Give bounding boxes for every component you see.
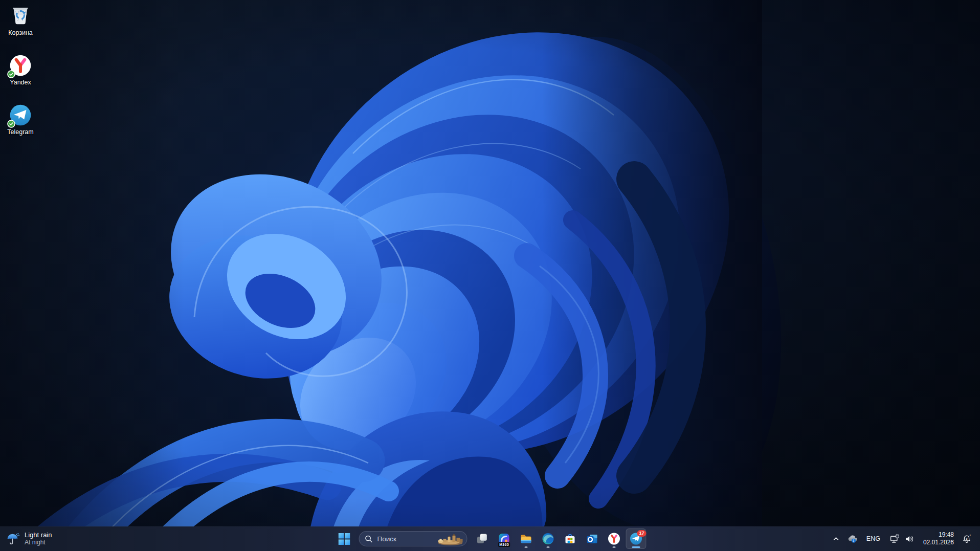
windows-start-icon	[338, 533, 350, 545]
synced-check-icon	[7, 70, 15, 78]
microsoft-store-icon	[564, 532, 577, 545]
taskbar-app-microsoft-store[interactable]	[560, 528, 581, 549]
running-indicator	[613, 546, 616, 548]
desktop-icon-recycle-bin[interactable]: Корзина	[1, 2, 40, 38]
taskbar-app-edge[interactable]	[538, 528, 559, 549]
synced-check-icon	[7, 120, 15, 128]
taskbar-app-telegram[interactable]: 17	[626, 528, 647, 549]
umbrella-rain-icon	[6, 532, 20, 546]
running-indicator	[525, 546, 528, 548]
taskbar-app-m365-copilot[interactable]: M365	[494, 528, 515, 549]
file-explorer-icon	[520, 532, 533, 545]
task-view-icon	[476, 532, 489, 545]
tray-time: 19:48	[939, 531, 954, 539]
taskbar-app-outlook[interactable]	[582, 528, 603, 549]
onedrive-button[interactable]	[844, 528, 861, 549]
desktop-icon-yandex[interactable]: Yandex	[1, 52, 40, 88]
onedrive-cloud-icon	[847, 534, 858, 544]
notification-badge: 17	[637, 530, 647, 537]
outlook-icon	[586, 532, 599, 545]
edge-icon	[542, 532, 555, 545]
system-tray: ENG 19:48 02.01.2026	[829, 526, 980, 551]
hidden-icons-button[interactable]	[829, 528, 843, 549]
desktop[interactable]: Корзина Yandex	[0, 0, 980, 551]
svg-text:z: z	[966, 537, 968, 540]
svg-text:z: z	[969, 534, 971, 537]
taskbar-app-file-explorer[interactable]	[516, 528, 537, 549]
network-icon	[889, 534, 900, 544]
language-indicator[interactable]: ENG	[862, 528, 885, 549]
chevron-up-icon	[833, 536, 839, 542]
wallpaper-bloom	[0, 0, 980, 551]
tray-date: 02.01.2026	[923, 539, 954, 546]
clock[interactable]: 19:48 02.01.2026	[920, 528, 957, 549]
search-placeholder: Поиск	[377, 535, 396, 543]
start-button[interactable]	[334, 528, 354, 549]
volume-icon	[904, 534, 915, 544]
desktop-icon-label: Yandex	[10, 79, 31, 86]
taskbar-center: Поиск	[334, 526, 647, 551]
running-indicator	[547, 546, 550, 548]
notification-center-button[interactable]: z z	[959, 528, 975, 549]
magnifier-icon	[365, 535, 373, 543]
recycle-bin-icon	[9, 4, 32, 28]
yandex-browser-icon	[608, 532, 621, 545]
search-highlight-image[interactable]	[436, 533, 465, 546]
network-volume-button[interactable]	[886, 528, 919, 549]
taskbar: Light rain At night	[0, 526, 980, 551]
taskbar-app-yandex-browser[interactable]	[604, 528, 625, 549]
desktop-icon-label: Telegram	[7, 128, 33, 136]
weather-condition: Light rain	[25, 531, 52, 539]
m365-badge: M365	[498, 542, 510, 547]
desktop-icon-label: Корзина	[8, 29, 33, 36]
taskbar-app-task-view[interactable]	[472, 528, 493, 549]
weather-widget[interactable]: Light rain At night	[0, 526, 60, 551]
desktop-icon-list: Корзина Yandex	[1, 2, 40, 138]
do-not-disturb-bell-icon: z z	[962, 534, 972, 544]
search-box[interactable]: Поиск	[359, 531, 467, 546]
desktop-icon-telegram[interactable]: Telegram	[1, 101, 40, 138]
weather-detail: At night	[25, 539, 52, 546]
active-indicator	[632, 546, 640, 548]
